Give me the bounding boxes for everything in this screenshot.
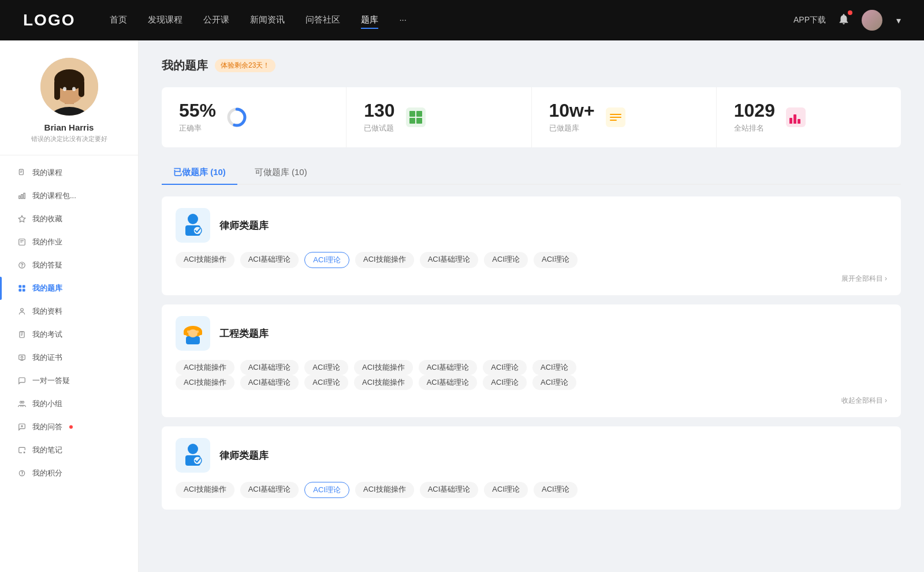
sidebar-item-points[interactable]: 我的积分 [0, 462, 138, 485]
unread-dot [69, 425, 73, 429]
sidebar-nav: 我的课程 我的课程包... 我的收藏 我的作业 [0, 161, 138, 485]
stat-accuracy-label: 正确率 [179, 123, 216, 133]
sidebar-item-notes[interactable]: 我的笔记 [0, 439, 138, 462]
bar-chart-icon [17, 191, 27, 200]
nav-bank[interactable]: 题库 [361, 12, 378, 29]
svg-rect-9 [19, 169, 23, 174]
sidebar-item-course-pkg[interactable]: 我的课程包... [0, 184, 138, 207]
list-icon-box [606, 107, 625, 127]
bank-tag[interactable]: ACI理论 [304, 375, 348, 390]
bank-tag[interactable]: ACI理论 [532, 360, 576, 375]
app-download-button[interactable]: APP下载 [793, 15, 826, 25]
bank-tags-lawyer-2: ACI技能操作 ACI基础理论 ACI理论 ACI技能操作 ACI基础理论 AC… [176, 482, 887, 498]
tab-done-banks[interactable]: 已做题库 (10) [162, 161, 237, 184]
bank-tag-active[interactable]: ACI理论 [304, 252, 349, 268]
sidebar-item-label: 我的收藏 [32, 214, 62, 224]
stat-banks-label: 已做题库 [549, 123, 595, 133]
accuracy-icon [225, 106, 248, 129]
coin-icon [17, 469, 27, 478]
bank-tag[interactable]: ACI理论 [304, 360, 348, 375]
svg-rect-19 [19, 289, 21, 291]
sidebar-item-1on1[interactable]: 一对一答疑 [0, 369, 138, 392]
nav-qa[interactable]: 问答社区 [305, 12, 340, 29]
sidebar-item-cert[interactable]: 我的证书 [0, 346, 138, 369]
notification-bell[interactable] [837, 13, 850, 28]
sidebar-item-label: 我的问答 [32, 422, 62, 432]
bank-expand-button[interactable]: 展开全部科目 › [176, 274, 887, 284]
sidebar-item-label: 我的考试 [32, 329, 62, 340]
user-dropdown-icon[interactable]: ▾ [896, 15, 901, 26]
bank-tag[interactable]: ACI技能操作 [354, 375, 413, 390]
bank-tag[interactable]: ACI理论 [483, 360, 527, 375]
nav-news[interactable]: 新闻资讯 [250, 12, 285, 29]
person-icon [17, 307, 27, 316]
sidebar-item-group[interactable]: 我的小组 [0, 392, 138, 415]
sidebar-item-homework[interactable]: 我的作业 [0, 231, 138, 254]
question-icon [17, 261, 27, 270]
bank-tag-active[interactable]: ACI理论 [304, 482, 349, 498]
nav-open-course[interactable]: 公开课 [203, 12, 229, 29]
sidebar-item-exam[interactable]: 我的考试 [0, 323, 138, 346]
main-content: 我的题库 体验剩余23天！ 55% 正确率 [139, 40, 924, 572]
bank-tag[interactable]: ACI理论 [484, 252, 528, 268]
bank-card-lawyer-1: 律师类题库 ACI技能操作 ACI基础理论 ACI理论 ACI技能操作 ACI基… [162, 196, 901, 295]
done-questions-icon [404, 106, 427, 129]
sidebar-item-label: 我的积分 [32, 468, 62, 478]
stat-done-banks: 10w+ 已做题库 [532, 87, 717, 147]
svg-point-16 [22, 267, 23, 268]
bank-tag[interactable]: ACI技能操作 [355, 252, 414, 268]
sidebar-item-label: 我的证书 [32, 352, 62, 363]
bank-tag[interactable]: ACI技能操作 [176, 482, 234, 498]
sidebar-item-favorites[interactable]: 我的收藏 [0, 207, 138, 231]
svg-point-31 [188, 214, 198, 224]
bank-tag[interactable]: ACI基础理论 [419, 375, 478, 390]
sidebar-item-answerqa[interactable]: 我的答疑 [0, 254, 138, 277]
bank-tag[interactable]: ACI基础理论 [240, 375, 299, 390]
stat-ranking: 1029 全站排名 [717, 87, 901, 147]
bank-tag[interactable]: ACI技能操作 [176, 375, 234, 390]
bank-tag[interactable]: ACI理论 [484, 482, 528, 498]
sidebar-item-label: 我的笔记 [32, 445, 62, 455]
bank-tag[interactable]: ACI技能操作 [176, 252, 234, 268]
bank-tag[interactable]: ACI基础理论 [240, 360, 299, 375]
nav-more[interactable]: ··· [399, 12, 407, 29]
bank-tag[interactable]: ACI理论 [534, 482, 578, 498]
sidebar-item-label: 我的资料 [32, 306, 62, 317]
bank-title: 律师类题库 [219, 219, 269, 232]
bank-tag[interactable]: ACI基础理论 [420, 252, 479, 268]
bank-collapse-button[interactable]: 收起全部科目 › [176, 396, 887, 406]
sidebar-item-label: 我的课程包... [32, 191, 76, 201]
bank-tag[interactable]: ACI基础理论 [420, 482, 479, 498]
sidebar-item-profile[interactable]: 我的资料 [0, 300, 138, 323]
bank-tag[interactable]: ACI技能操作 [176, 360, 234, 375]
stat-accuracy-value: 55% [179, 101, 216, 120]
sidebar-item-label: 我的课程 [32, 168, 62, 178]
bank-tag[interactable]: ACI基础理论 [419, 360, 478, 375]
nav-courses[interactable]: 发现课程 [148, 12, 182, 29]
bank-title: 工程类题库 [219, 327, 269, 340]
svg-rect-5 [54, 80, 60, 100]
sidebar-item-course[interactable]: 我的课程 [0, 161, 138, 184]
page-title: 我的题库 [162, 58, 208, 73]
svg-rect-37 [186, 336, 200, 344]
nav-home[interactable]: 首页 [110, 12, 127, 29]
bank-tag[interactable]: ACI理论 [532, 375, 576, 390]
bank-tag[interactable]: ACI基础理论 [240, 252, 299, 268]
sidebar-username: Brian Harris [44, 122, 94, 132]
bank-tag[interactable]: ACI技能操作 [354, 360, 413, 375]
svg-rect-18 [23, 285, 25, 288]
tab-available-banks[interactable]: 可做题库 (10) [243, 161, 319, 184]
homework-icon [17, 237, 27, 247]
ranking-icon [784, 106, 807, 129]
user-avatar[interactable] [862, 10, 882, 31]
bank-tag[interactable]: ACI基础理论 [240, 482, 299, 498]
bank-tag[interactable]: ACI理论 [483, 375, 527, 390]
navbar-logo: LOGO [23, 11, 75, 29]
bank-tag[interactable]: ACI理论 [534, 252, 578, 268]
navbar: LOGO 首页 发现课程 公开课 新闻资讯 问答社区 题库 ··· APP下载 … [0, 0, 924, 40]
done-banks-icon [604, 106, 627, 129]
sidebar-item-bank[interactable]: 我的题库 [0, 277, 138, 300]
sidebar-avatar [40, 58, 98, 116]
bank-tag[interactable]: ACI技能操作 [355, 482, 414, 498]
sidebar-item-my-questions[interactable]: 我的问答 [0, 415, 138, 439]
